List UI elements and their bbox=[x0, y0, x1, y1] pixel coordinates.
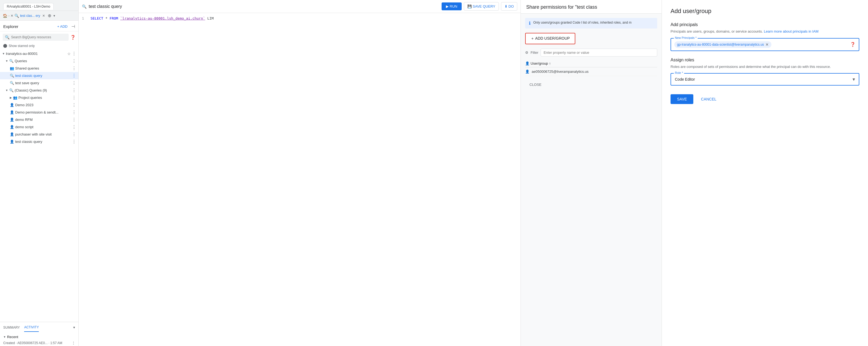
user-icon: 👤 bbox=[10, 132, 14, 136]
chip-remove-icon[interactable]: ✕ bbox=[766, 42, 769, 47]
tree-demo-script[interactable]: 👤 demo script ⋮ bbox=[0, 123, 79, 131]
more-icon[interactable]: ⋮ bbox=[72, 110, 76, 115]
add-panel-title: Add user/group bbox=[671, 8, 859, 15]
queries-label: Queries bbox=[14, 59, 71, 63]
more-icon[interactable]: ⋮ bbox=[72, 341, 75, 345]
sql-suffix: LIM bbox=[207, 16, 214, 20]
tree-test-classic-query[interactable]: 🔍 test classic query ⋮ bbox=[0, 72, 79, 79]
demo-2023-label: Demo 2023 bbox=[15, 103, 71, 107]
new-principals-field[interactable]: New Principals * gp-lranalytics-au-80001… bbox=[671, 38, 859, 51]
tree-test-classic-query-2[interactable]: 👤 test classic query ⋮ bbox=[0, 138, 79, 145]
more-icon[interactable]: ⋮ bbox=[72, 51, 76, 56]
nav-tab-icon: 🔍 bbox=[14, 13, 19, 18]
tree-demo-permission[interactable]: 👤 Demo permission & sendt... ⋮ bbox=[0, 109, 79, 116]
user-icon-sm: 👤 bbox=[525, 69, 529, 74]
more-icon[interactable]: ⋮ bbox=[72, 80, 76, 86]
demo-rfm-label: demo RFM bbox=[15, 118, 71, 122]
sql-keyword-from: FROM bbox=[110, 16, 118, 20]
roles-section-title: Assign roles bbox=[671, 58, 859, 62]
starred-row[interactable]: Show starred only bbox=[0, 43, 79, 49]
tree-project[interactable]: ▼ lranalytics-au-80001 ☆ ⋮ bbox=[0, 50, 79, 57]
principal-chip[interactable]: gp-lranalytics-au-80001-data-scientist@l… bbox=[674, 41, 771, 48]
help-icon[interactable]: ❓ bbox=[70, 35, 76, 40]
test-classic-label: test classic query bbox=[15, 74, 71, 78]
tab-summary[interactable]: SUMMARY bbox=[3, 323, 20, 331]
user-icon-sm: 👤 bbox=[525, 61, 529, 65]
home-icon[interactable]: 🏠 bbox=[3, 13, 7, 18]
search-input[interactable] bbox=[11, 35, 66, 39]
sql-star: * bbox=[105, 16, 110, 20]
tree-shared-queries[interactable]: 👥 Shared queries ⋮ bbox=[0, 65, 79, 72]
more-icon[interactable]: ⋮ bbox=[72, 95, 76, 100]
shared-icon: 👥 bbox=[13, 95, 18, 100]
line-number: 1 bbox=[82, 16, 84, 20]
close-button[interactable]: CLOSE bbox=[525, 80, 546, 89]
role-dropdown[interactable]: Role * Code Editor ▾ bbox=[671, 73, 859, 86]
test-save-label: test save query bbox=[15, 81, 71, 85]
tree-demo-rfm[interactable]: 👤 demo RFM ⋮ bbox=[0, 116, 79, 123]
user-email: ae050006725@liverampanalytics.us bbox=[532, 69, 589, 74]
search-icon: 🔍 bbox=[5, 35, 9, 39]
search-input-wrap[interactable]: 🔍 bbox=[3, 34, 69, 41]
add-user-group-panel: Add user/group Add principals Principals… bbox=[662, 0, 868, 346]
principal-value: gp-lranalytics-au-80001-data-scientist@l… bbox=[677, 42, 764, 47]
save-query-button[interactable]: 💾 SAVE QUERY bbox=[464, 2, 499, 10]
learn-more-link[interactable]: Learn more about principals in IAM bbox=[764, 29, 818, 33]
nav-tab-close[interactable]: ✕ bbox=[42, 14, 45, 18]
new-principals-label: New Principals * bbox=[674, 36, 698, 39]
browser-tab-bar: RAnalytics80001 - LSH-Demo bbox=[0, 0, 79, 11]
save-button[interactable]: SAVE bbox=[671, 94, 693, 104]
help-icon[interactable]: ❓ bbox=[850, 42, 856, 47]
user-icon: 👤 bbox=[10, 140, 14, 144]
add-button[interactable]: + ADD bbox=[56, 23, 69, 30]
share-title: Share permissions for "test class bbox=[526, 4, 597, 10]
more-icon[interactable]: ⋮ bbox=[72, 132, 76, 137]
info-banner: ℹ Only users/groups granted Code l list … bbox=[525, 18, 657, 29]
classic-icon: 🔍 bbox=[9, 88, 13, 92]
tab-activity[interactable]: ACTIVITY bbox=[24, 323, 39, 332]
tree-purchaser[interactable]: 👤 purchaser with site visit ⋮ bbox=[0, 131, 79, 138]
expand-icon[interactable]: ▾ bbox=[73, 325, 75, 329]
table-header-label: User/group ↑ bbox=[531, 61, 551, 65]
explorer-header: Explorer + ADD ⊣ bbox=[0, 21, 79, 31]
sql-editor[interactable]: 1 SELECT * FROM `lranalytics-au-80001.ls… bbox=[79, 13, 521, 346]
file-tree: ▼ lranalytics-au-80001 ☆ ⋮ ▼ 🔍 Queries ⋮… bbox=[0, 49, 79, 322]
recent-label: Recent bbox=[7, 335, 18, 339]
nav-close-icon[interactable]: ✕ bbox=[10, 14, 13, 18]
tree-queries[interactable]: ▼ 🔍 Queries ⋮ bbox=[0, 57, 79, 65]
demo-permission-label: Demo permission & sendt... bbox=[15, 110, 71, 114]
tab-label: RAnalytics80001 - LSH-Demo bbox=[7, 5, 50, 8]
more-icon[interactable]: ⋮ bbox=[72, 73, 76, 78]
more-icon[interactable]: ⋮ bbox=[72, 66, 76, 71]
more-icon[interactable]: ⋮ bbox=[72, 58, 76, 63]
project-label: lranalytics-au-80001 bbox=[6, 52, 66, 56]
chevron-down-icon: ▼ bbox=[5, 89, 8, 92]
download-button[interactable]: ⬇ DO bbox=[501, 2, 517, 10]
cancel-button[interactable]: CANCEL bbox=[696, 94, 721, 104]
more-icon[interactable]: ⋮ bbox=[72, 103, 76, 108]
nav-more[interactable]: ▾ bbox=[54, 14, 55, 18]
chevron-down-icon: ▼ bbox=[3, 336, 6, 338]
roles-desc: Roles are composed of sets of permission… bbox=[671, 64, 859, 69]
collapse-icon[interactable]: ⊣ bbox=[71, 24, 75, 29]
more-icon[interactable]: ⋮ bbox=[72, 117, 76, 122]
more-icon[interactable]: ⋮ bbox=[72, 88, 76, 93]
tree-demo-2023[interactable]: 👤 Demo 2023 ⋮ bbox=[0, 101, 79, 109]
add-user-group-button[interactable]: ＋ ADD USER/GROUP bbox=[525, 33, 575, 44]
star-icon[interactable]: ☆ bbox=[67, 52, 71, 56]
filter-input[interactable] bbox=[540, 49, 657, 57]
action-buttons: SAVE CANCEL bbox=[671, 94, 859, 104]
tree-classic-queries[interactable]: ▼ 🔍 (Classic) Queries (9) ⋮ bbox=[0, 87, 79, 94]
more-icon[interactable]: ⋮ bbox=[72, 139, 76, 144]
table-row: 👤 ae050006725@liverampanalytics.us bbox=[525, 67, 657, 76]
tree-project-queries[interactable]: ▶ 👥 Project queries ⋮ bbox=[0, 94, 79, 101]
more-icon[interactable]: ⋮ bbox=[72, 124, 76, 129]
run-button[interactable]: ▶ RUN bbox=[442, 2, 462, 10]
browser-tab-app[interactable]: RAnalytics80001 - LSH-Demo bbox=[3, 3, 54, 10]
explorer-panel: RAnalytics80001 - LSH-Demo 🏠 › ✕ 🔍 test … bbox=[0, 0, 79, 346]
tree-test-save-query[interactable]: 🔍 test save query ⋮ bbox=[0, 79, 79, 87]
filter-row: ⚙ Filter bbox=[525, 49, 657, 57]
nav-add-tab[interactable]: ⊕ bbox=[48, 13, 51, 18]
recent-section: ▼ Recent bbox=[0, 333, 79, 340]
classic-queries-label: (Classic) Queries (9) bbox=[14, 88, 71, 92]
